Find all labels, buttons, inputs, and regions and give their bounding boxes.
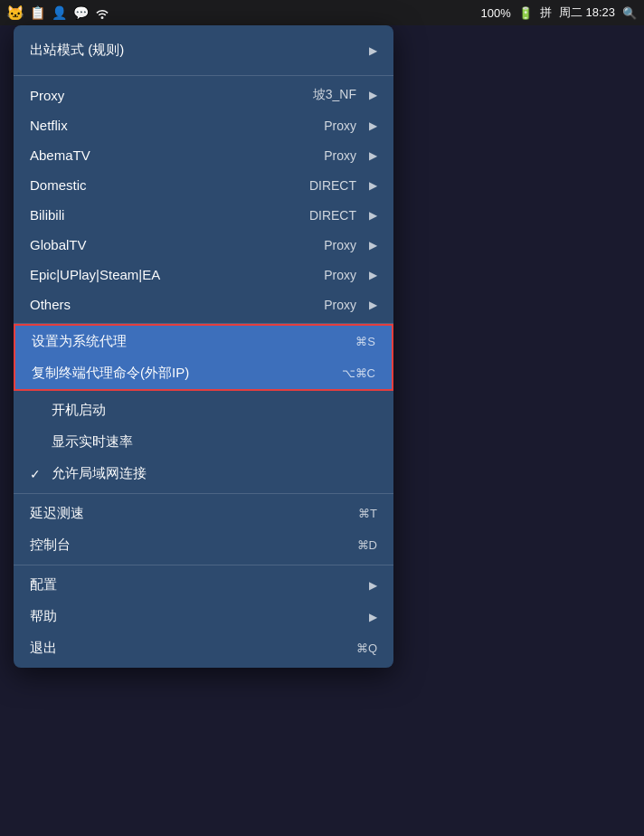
rule-netflix-status: Proxy [324, 119, 356, 133]
menubar-left: 🐱 📋 👤 💬 [7, 5, 110, 21]
outbound-section: 出站模式 (规则) ▶ [14, 25, 393, 76]
console-label: 控制台 [30, 537, 71, 554]
wechat-icon: 💬 [72, 5, 89, 21]
allow-lan-item[interactable]: ✓ 允许局域网连接 [14, 458, 393, 489]
config-section: 配置 ▶ 帮助 ▶ 退出 ⌘Q [14, 565, 393, 668]
rule-bilibili-label: Bilibili [30, 207, 64, 223]
rule-others-chevron: ▶ [369, 299, 377, 311]
help-item[interactable]: 帮助 ▶ [14, 601, 393, 632]
rule-proxy-chevron: ▶ [369, 89, 377, 101]
console-shortcut: ⌘D [357, 538, 377, 552]
rule-abematv-status: Proxy [324, 148, 356, 163]
copy-terminal-proxy-label: 复制终端代理命令(外部IP) [32, 365, 189, 382]
rule-proxy[interactable]: Proxy 坡3_NF ▶ [14, 80, 393, 110]
datetime: 周二 18:23 [559, 5, 615, 21]
help-label: 帮助 [30, 608, 57, 625]
show-speed-checkmark [30, 435, 44, 450]
config-label: 配置 [30, 576, 57, 594]
rule-abematv-label: AbemaTV [30, 147, 90, 163]
config-item[interactable]: 配置 ▶ [14, 569, 393, 601]
quit-label: 退出 [30, 640, 57, 657]
rule-abematv-chevron: ▶ [369, 149, 377, 162]
rule-netflix-chevron: ▶ [369, 119, 377, 132]
battery-icon: 🔋 [518, 6, 533, 20]
tools-section: 延迟测速 ⌘T 控制台 ⌘D [14, 494, 393, 565]
rule-bilibili[interactable]: Bilibili DIRECT ▶ [14, 200, 393, 230]
rule-bilibili-chevron: ▶ [369, 209, 377, 222]
rule-epic-chevron: ▶ [369, 269, 377, 281]
menubar-right: 100% 🔋 拼 周二 18:23 🔍 [481, 5, 637, 21]
rule-proxy-label: Proxy [30, 88, 64, 103]
allow-lan-label: 允许局域网连接 [52, 465, 147, 482]
rule-globaltv[interactable]: GlobalTV Proxy ▶ [14, 230, 393, 260]
rule-domestic-status: DIRECT [309, 178, 356, 193]
rule-bilibili-status: DIRECT [309, 208, 356, 223]
apple-icon: 🐱 [7, 5, 24, 21]
rule-domestic-label: Domestic [30, 177, 87, 193]
allow-lan-checkmark: ✓ [30, 467, 44, 481]
latency-test-item[interactable]: 延迟测速 ⌘T [14, 498, 393, 529]
rule-globaltv-chevron: ▶ [369, 239, 377, 252]
menubar: 🐱 📋 👤 💬 100% 🔋 拼 周二 18:23 🔍 [0, 0, 644, 25]
user-icon: 👤 [51, 5, 67, 21]
outbound-chevron: ▶ [369, 44, 377, 57]
search-icon: 🔍 [622, 6, 637, 20]
config-chevron: ▶ [369, 579, 377, 592]
highlighted-section: 设置为系统代理 ⌘S 复制终端代理命令(外部IP) ⌥⌘C [14, 324, 393, 391]
outbound-mode-label: 出站模式 (规则) [30, 42, 124, 59]
rule-proxy-status: 坡3_NF [313, 87, 356, 103]
copy-terminal-proxy-shortcut: ⌥⌘C [342, 366, 375, 380]
rule-epic-label: Epic|UPlay|Steam|EA [30, 267, 160, 282]
autostart-item[interactable]: 开机启动 [14, 394, 393, 426]
rule-domestic[interactable]: Domestic DIRECT ▶ [14, 170, 393, 200]
set-system-proxy-shortcut: ⌘S [355, 335, 375, 348]
rule-domestic-chevron: ▶ [369, 179, 377, 192]
rule-netflix-label: Netflix [30, 118, 68, 133]
show-speed-item[interactable]: 显示实时速率 [14, 426, 393, 458]
set-system-proxy-label: 设置为系统代理 [32, 333, 127, 350]
rule-globaltv-status: Proxy [324, 238, 356, 252]
battery-percent: 100% [481, 6, 511, 20]
rule-netflix[interactable]: Netflix Proxy ▶ [14, 110, 393, 140]
system-section: 开机启动 显示实时速率 ✓ 允许局域网连接 [14, 391, 393, 494]
input-method: 拼 [540, 5, 552, 21]
latency-test-shortcut: ⌘T [358, 507, 377, 520]
quit-shortcut: ⌘Q [356, 641, 377, 655]
rules-section: Proxy 坡3_NF ▶ Netflix Proxy ▶ AbemaTV Pr… [14, 76, 393, 324]
clipboard-icon: 📋 [29, 5, 45, 21]
latency-test-label: 延迟测速 [30, 505, 84, 522]
show-speed-label: 显示实时速率 [52, 433, 133, 451]
autostart-checkmark [30, 404, 44, 418]
quit-item[interactable]: 退出 ⌘Q [14, 632, 393, 664]
rule-others-label: Others [30, 297, 71, 312]
rule-globaltv-label: GlobalTV [30, 237, 87, 252]
rule-abematv[interactable]: AbemaTV Proxy ▶ [14, 140, 393, 170]
rule-others-status: Proxy [324, 298, 356, 312]
rule-epic-status: Proxy [324, 268, 356, 282]
autostart-label: 开机启动 [52, 402, 106, 419]
set-system-proxy-item[interactable]: 设置为系统代理 ⌘S [15, 326, 392, 357]
console-item[interactable]: 控制台 ⌘D [14, 529, 393, 561]
copy-terminal-proxy-item[interactable]: 复制终端代理命令(外部IP) ⌥⌘C [15, 357, 392, 389]
rule-others[interactable]: Others Proxy ▶ [14, 290, 393, 319]
help-chevron: ▶ [369, 611, 377, 623]
rule-epic[interactable]: Epic|UPlay|Steam|EA Proxy ▶ [14, 260, 393, 290]
wifi-icon [94, 5, 110, 21]
dropdown-menu: 出站模式 (规则) ▶ Proxy 坡3_NF ▶ Netflix Proxy … [14, 25, 393, 668]
outbound-mode-item[interactable]: 出站模式 (规则) ▶ [14, 34, 393, 66]
